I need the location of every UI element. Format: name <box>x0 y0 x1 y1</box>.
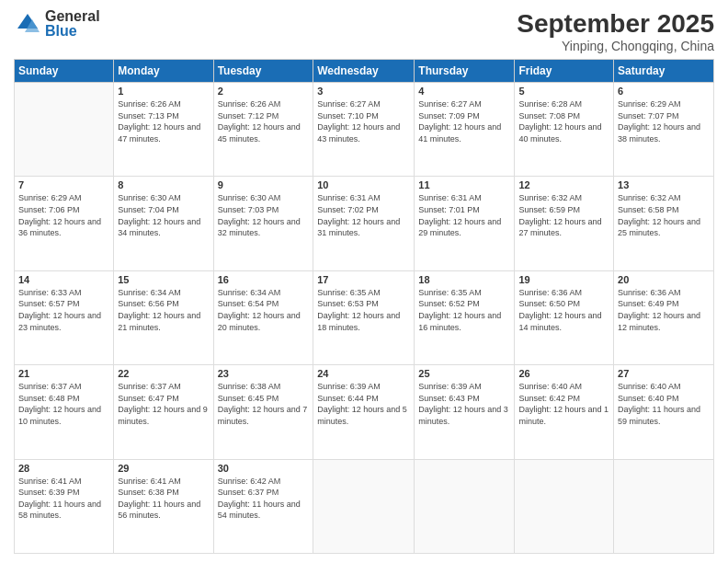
calendar-cell: 13 Sunrise: 6:32 AMSunset: 6:58 PMDaylig… <box>614 177 714 270</box>
day-info: Sunrise: 6:34 AMSunset: 6:56 PMDaylight:… <box>118 287 209 333</box>
calendar-week-0: 1 Sunrise: 6:26 AMSunset: 7:13 PMDayligh… <box>15 83 714 177</box>
logo: General Blue <box>14 9 100 39</box>
calendar-week-4: 28 Sunrise: 6:41 AMSunset: 6:39 PMDaylig… <box>15 459 714 553</box>
day-info: Sunrise: 6:31 AMSunset: 7:02 PMDaylight:… <box>317 192 410 238</box>
day-info: Sunrise: 6:27 AMSunset: 7:09 PMDaylight:… <box>418 98 510 144</box>
calendar-cell: 9 Sunrise: 6:30 AMSunset: 7:03 PMDayligh… <box>213 177 313 270</box>
calendar-cell: 7 Sunrise: 6:29 AMSunset: 7:06 PMDayligh… <box>15 177 114 270</box>
day-number: 10 <box>317 179 410 190</box>
day-info: Sunrise: 6:40 AMSunset: 6:42 PMDaylight:… <box>518 381 609 427</box>
day-info: Sunrise: 6:30 AMSunset: 7:03 PMDaylight:… <box>218 192 310 238</box>
day-number: 16 <box>218 274 310 285</box>
day-info: Sunrise: 6:37 AMSunset: 6:47 PMDaylight:… <box>118 381 209 427</box>
col-friday: Friday <box>515 60 614 83</box>
header: General Blue September 2025 Yinping, Cho… <box>14 9 714 53</box>
day-info: Sunrise: 6:36 AMSunset: 6:49 PMDaylight:… <box>618 287 710 333</box>
day-info: Sunrise: 6:26 AMSunset: 7:13 PMDaylight:… <box>118 98 209 144</box>
calendar-header-row: Sunday Monday Tuesday Wednesday Thursday… <box>15 60 714 83</box>
calendar-week-2: 14 Sunrise: 6:33 AMSunset: 6:57 PMDaylig… <box>15 270 714 364</box>
calendar-cell: 6 Sunrise: 6:29 AMSunset: 7:07 PMDayligh… <box>614 83 714 177</box>
day-info: Sunrise: 6:32 AMSunset: 6:58 PMDaylight:… <box>618 192 710 238</box>
day-info: Sunrise: 6:36 AMSunset: 6:50 PMDaylight:… <box>518 287 609 333</box>
calendar-cell: 21 Sunrise: 6:37 AMSunset: 6:48 PMDaylig… <box>15 365 114 459</box>
calendar-cell: 8 Sunrise: 6:30 AMSunset: 7:04 PMDayligh… <box>114 177 213 270</box>
day-number: 25 <box>418 368 510 379</box>
calendar-cell <box>15 83 114 177</box>
day-number: 5 <box>518 86 609 97</box>
day-number: 19 <box>518 274 609 285</box>
title-block: September 2025 Yinping, Chongqing, China <box>517 9 714 53</box>
calendar-cell: 15 Sunrise: 6:34 AMSunset: 6:56 PMDaylig… <box>114 270 213 364</box>
logo-blue-text: Blue <box>45 24 100 39</box>
calendar-cell: 4 Sunrise: 6:27 AMSunset: 7:09 PMDayligh… <box>415 83 515 177</box>
calendar-cell <box>614 459 714 553</box>
day-number: 3 <box>317 86 410 97</box>
day-number: 27 <box>618 368 710 379</box>
col-saturday: Saturday <box>614 60 714 83</box>
calendar-cell: 17 Sunrise: 6:35 AMSunset: 6:53 PMDaylig… <box>313 270 415 364</box>
day-number: 9 <box>218 179 310 190</box>
day-number: 17 <box>317 274 410 285</box>
day-info: Sunrise: 6:26 AMSunset: 7:12 PMDaylight:… <box>218 98 310 144</box>
day-number: 29 <box>118 463 209 474</box>
day-number: 7 <box>18 179 109 190</box>
page: General Blue September 2025 Yinping, Cho… <box>0 0 728 563</box>
calendar-cell: 28 Sunrise: 6:41 AMSunset: 6:39 PMDaylig… <box>15 459 114 553</box>
day-number: 1 <box>118 86 209 97</box>
logo-icon <box>14 10 41 38</box>
calendar-cell: 1 Sunrise: 6:26 AMSunset: 7:13 PMDayligh… <box>114 83 213 177</box>
day-number: 23 <box>218 368 310 379</box>
day-number: 30 <box>218 463 310 474</box>
day-number: 6 <box>618 86 710 97</box>
calendar-cell: 27 Sunrise: 6:40 AMSunset: 6:40 PMDaylig… <box>614 365 714 459</box>
calendar-cell: 10 Sunrise: 6:31 AMSunset: 7:02 PMDaylig… <box>313 177 415 270</box>
location-subtitle: Yinping, Chongqing, China <box>517 39 714 53</box>
calendar-cell: 18 Sunrise: 6:35 AMSunset: 6:52 PMDaylig… <box>415 270 515 364</box>
day-info: Sunrise: 6:39 AMSunset: 6:44 PMDaylight:… <box>317 381 410 427</box>
calendar-cell: 20 Sunrise: 6:36 AMSunset: 6:49 PMDaylig… <box>614 270 714 364</box>
day-number: 26 <box>518 368 609 379</box>
day-number: 15 <box>118 274 209 285</box>
col-wednesday: Wednesday <box>313 60 415 83</box>
calendar-cell: 22 Sunrise: 6:37 AMSunset: 6:47 PMDaylig… <box>114 365 213 459</box>
day-number: 11 <box>418 179 510 190</box>
calendar-cell: 11 Sunrise: 6:31 AMSunset: 7:01 PMDaylig… <box>415 177 515 270</box>
calendar-week-1: 7 Sunrise: 6:29 AMSunset: 7:06 PMDayligh… <box>15 177 714 270</box>
calendar-cell: 2 Sunrise: 6:26 AMSunset: 7:12 PMDayligh… <box>213 83 313 177</box>
day-number: 13 <box>618 179 710 190</box>
day-info: Sunrise: 6:31 AMSunset: 7:01 PMDaylight:… <box>418 192 510 238</box>
logo-text: General Blue <box>45 9 100 39</box>
calendar-cell: 16 Sunrise: 6:34 AMSunset: 6:54 PMDaylig… <box>213 270 313 364</box>
calendar-cell: 19 Sunrise: 6:36 AMSunset: 6:50 PMDaylig… <box>515 270 614 364</box>
day-number: 28 <box>18 463 109 474</box>
col-sunday: Sunday <box>15 60 114 83</box>
calendar-cell: 5 Sunrise: 6:28 AMSunset: 7:08 PMDayligh… <box>515 83 614 177</box>
day-info: Sunrise: 6:35 AMSunset: 6:52 PMDaylight:… <box>418 287 510 333</box>
calendar-cell: 26 Sunrise: 6:40 AMSunset: 6:42 PMDaylig… <box>515 365 614 459</box>
day-info: Sunrise: 6:37 AMSunset: 6:48 PMDaylight:… <box>18 381 109 427</box>
day-info: Sunrise: 6:30 AMSunset: 7:04 PMDaylight:… <box>118 192 209 238</box>
calendar-cell: 3 Sunrise: 6:27 AMSunset: 7:10 PMDayligh… <box>313 83 415 177</box>
calendar-cell: 14 Sunrise: 6:33 AMSunset: 6:57 PMDaylig… <box>15 270 114 364</box>
day-number: 14 <box>18 274 109 285</box>
col-monday: Monday <box>114 60 213 83</box>
calendar-cell <box>515 459 614 553</box>
calendar-table: Sunday Monday Tuesday Wednesday Thursday… <box>14 59 714 554</box>
col-tuesday: Tuesday <box>213 60 313 83</box>
day-number: 2 <box>218 86 310 97</box>
day-info: Sunrise: 6:38 AMSunset: 6:45 PMDaylight:… <box>218 381 310 427</box>
day-info: Sunrise: 6:29 AMSunset: 7:07 PMDaylight:… <box>618 98 710 144</box>
calendar-cell: 12 Sunrise: 6:32 AMSunset: 6:59 PMDaylig… <box>515 177 614 270</box>
day-info: Sunrise: 6:27 AMSunset: 7:10 PMDaylight:… <box>317 98 410 144</box>
month-title: September 2025 <box>517 9 714 39</box>
calendar-week-3: 21 Sunrise: 6:37 AMSunset: 6:48 PMDaylig… <box>15 365 714 459</box>
day-number: 4 <box>418 86 510 97</box>
day-number: 18 <box>418 274 510 285</box>
calendar-cell <box>415 459 515 553</box>
day-info: Sunrise: 6:41 AMSunset: 6:38 PMDaylight:… <box>118 476 209 522</box>
day-info: Sunrise: 6:34 AMSunset: 6:54 PMDaylight:… <box>218 287 310 333</box>
calendar-cell <box>313 459 415 553</box>
day-info: Sunrise: 6:39 AMSunset: 6:43 PMDaylight:… <box>418 381 510 427</box>
day-number: 21 <box>18 368 109 379</box>
calendar-cell: 23 Sunrise: 6:38 AMSunset: 6:45 PMDaylig… <box>213 365 313 459</box>
